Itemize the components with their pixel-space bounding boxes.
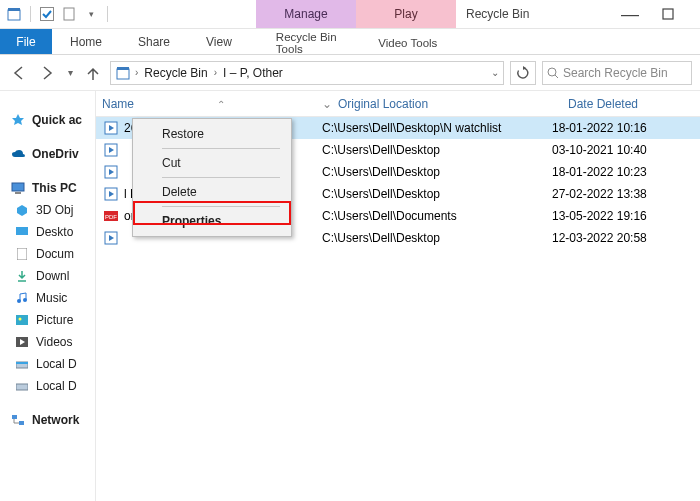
file-location: C:\Users\Dell\Desktop xyxy=(322,231,552,245)
back-button[interactable] xyxy=(8,62,30,84)
sidebar-this-pc[interactable]: This PC xyxy=(0,177,95,199)
cm-separator xyxy=(162,177,280,178)
svg-rect-4 xyxy=(663,9,673,19)
cm-cut[interactable]: Cut xyxy=(136,151,288,175)
chevron-right-icon[interactable]: › xyxy=(214,67,217,78)
column-name[interactable]: Name ⌃ xyxy=(102,97,322,111)
window-controls: — xyxy=(616,0,700,28)
svg-rect-11 xyxy=(16,227,28,235)
sidebar-quick-access[interactable]: Quick ac xyxy=(0,109,95,131)
chevron-right-icon[interactable]: › xyxy=(135,67,138,78)
drive-icon xyxy=(14,378,30,394)
contextual-tabs: Manage Play xyxy=(256,0,456,28)
sidebar-item-music[interactable]: Music xyxy=(0,287,95,309)
cm-separator xyxy=(162,206,280,207)
svg-line-8 xyxy=(555,75,558,78)
svg-rect-3 xyxy=(64,8,74,20)
ribbon-tabs: File Home Share View Recycle Bin Tools V… xyxy=(0,29,700,55)
sidebar-item-downloads[interactable]: Downl xyxy=(0,265,95,287)
column-location[interactable]: Original Location xyxy=(338,97,568,111)
svg-point-17 xyxy=(19,318,22,321)
video-file-icon xyxy=(102,186,120,202)
svg-rect-22 xyxy=(12,415,17,419)
breadcrumb-root[interactable]: Recycle Bin xyxy=(142,66,209,80)
tab-view[interactable]: View xyxy=(188,29,250,54)
tab-file[interactable]: File xyxy=(0,29,52,54)
contextual-tab-manage[interactable]: Manage xyxy=(256,0,356,28)
file-location: C:\Users\Dell\Desktop\N watchlist xyxy=(322,121,552,135)
svg-rect-0 xyxy=(8,10,20,20)
tab-home[interactable]: Home xyxy=(52,29,120,54)
desktop-icon xyxy=(14,224,30,240)
sidebar-item-documents[interactable]: Docum xyxy=(0,243,95,265)
contextual-tab-play[interactable]: Play xyxy=(356,0,456,28)
file-icon[interactable] xyxy=(61,6,77,22)
sort-indicator-icon: ⌃ xyxy=(217,99,225,110)
file-date: 18-01-2022 10:16 xyxy=(552,121,700,135)
refresh-button[interactable] xyxy=(510,61,536,85)
video-file-icon xyxy=(102,142,120,158)
network-icon xyxy=(10,412,26,428)
navigation-pane: Quick ac OneDriv This PC 3D Obj Deskto D… xyxy=(0,91,96,501)
svg-text:PDF: PDF xyxy=(105,214,117,220)
chevron-down-icon[interactable]: ⌄ xyxy=(491,67,499,78)
music-icon xyxy=(14,290,30,306)
file-date: 18-01-2022 10:23 xyxy=(552,165,700,179)
qat-separator xyxy=(30,6,31,22)
cm-restore[interactable]: Restore xyxy=(136,122,288,146)
sidebar-item-videos[interactable]: Videos xyxy=(0,331,95,353)
search-box[interactable]: Search Recycle Bin xyxy=(542,61,692,85)
svg-point-7 xyxy=(548,68,556,76)
chevron-down-icon[interactable]: ⌄ xyxy=(322,97,332,111)
column-headers: Name ⌃ ⌄ Original Location Date Deleted xyxy=(96,91,700,117)
quick-access-toolbar: ▾ xyxy=(0,0,116,28)
checkbox-icon[interactable] xyxy=(39,6,55,22)
cm-properties[interactable]: Properties xyxy=(136,209,288,233)
up-button[interactable] xyxy=(82,62,104,84)
search-icon xyxy=(547,67,559,79)
tab-share[interactable]: Share xyxy=(120,29,188,54)
file-date: 03-10-2021 10:40 xyxy=(552,143,700,157)
window-title: Recycle Bin xyxy=(456,0,616,28)
svg-rect-20 xyxy=(16,362,28,364)
pc-icon xyxy=(10,180,26,196)
star-icon xyxy=(10,112,26,128)
svg-point-15 xyxy=(23,298,27,302)
subtab-recycle-bin-tools[interactable]: Recycle Bin Tools xyxy=(258,29,358,54)
sidebar-item-3d[interactable]: 3D Obj xyxy=(0,199,95,221)
dropdown-icon[interactable]: ▾ xyxy=(83,6,99,22)
file-location: C:\Users\Dell\Desktop xyxy=(322,187,552,201)
maximize-button[interactable] xyxy=(662,8,690,20)
svg-rect-1 xyxy=(8,8,20,11)
svg-rect-23 xyxy=(19,421,24,425)
svg-rect-9 xyxy=(12,183,24,191)
cm-delete[interactable]: Delete xyxy=(136,180,288,204)
sidebar-item-local-disk[interactable]: Local D xyxy=(0,353,95,375)
breadcrumb-sub[interactable]: I – P, Other xyxy=(221,66,285,80)
cloud-icon xyxy=(10,146,26,162)
sidebar-item-desktop[interactable]: Deskto xyxy=(0,221,95,243)
title-bar: ▾ Manage Play Recycle Bin — xyxy=(0,0,700,29)
address-bar[interactable]: › Recycle Bin › I – P, Other ⌄ xyxy=(110,61,504,85)
sidebar-network[interactable]: Network xyxy=(0,409,95,431)
sidebar-item-local-disk[interactable]: Local D xyxy=(0,375,95,397)
search-placeholder: Search Recycle Bin xyxy=(563,66,668,80)
drive-icon xyxy=(14,356,30,372)
svg-rect-21 xyxy=(16,384,28,390)
video-file-icon xyxy=(102,230,120,246)
sidebar-onedrive[interactable]: OneDriv xyxy=(0,143,95,165)
cm-separator xyxy=(162,148,280,149)
file-date: 12-03-2022 20:58 xyxy=(552,231,700,245)
recent-dropdown-icon[interactable]: ▾ xyxy=(64,62,76,84)
file-date: 13-05-2022 19:16 xyxy=(552,209,700,223)
pdf-icon: PDF xyxy=(102,208,120,224)
minimize-button[interactable]: — xyxy=(616,9,644,19)
doc-icon xyxy=(14,246,30,262)
picture-icon xyxy=(14,312,30,328)
sidebar-item-pictures[interactable]: Picture xyxy=(0,309,95,331)
subtab-video-tools[interactable]: Video Tools xyxy=(358,29,458,54)
column-date[interactable]: Date Deleted xyxy=(568,97,700,111)
forward-button[interactable] xyxy=(36,62,58,84)
qat-separator xyxy=(107,6,108,22)
main-area: Quick ac OneDriv This PC 3D Obj Deskto D… xyxy=(0,91,700,501)
